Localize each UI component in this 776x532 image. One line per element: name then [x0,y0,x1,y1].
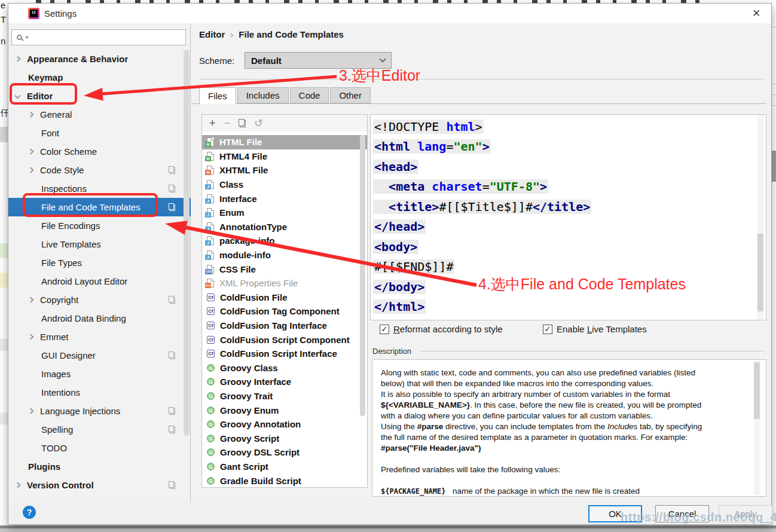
tree-item-version-control[interactable]: Version Control [8,476,191,494]
tree-item-label: Images [41,369,71,379]
chevron-right-icon[interactable] [28,408,34,414]
list-item-coldfusion-tag-interface[interactable]: CfColdFusion Tag Interface [202,319,367,333]
java-file-icon: J [207,222,214,231]
tree-item-android-layout-editor[interactable]: Android Layout Editor [8,272,191,291]
tab-other[interactable]: Other [330,87,371,103]
tree-item-live-templates[interactable]: Live Templates [8,235,191,253]
cancel-button[interactable]: Cancel [655,505,709,522]
tree-item-plugins[interactable]: Plugins [8,457,191,476]
java-file-icon: J [207,208,214,217]
list-item-groovy-interface[interactable]: GGroovy Interface [202,375,367,389]
description-scrollbar-thumb[interactable] [754,362,760,419]
list-item-coldfusion-script-component[interactable]: CfColdFusion Script Component [202,332,367,347]
chevron-right-icon[interactable] [28,334,34,340]
tree-item-images[interactable]: Images [8,365,191,383]
sidebar-scrollbar[interactable] [184,50,190,436]
help-button[interactable]: ? [23,506,36,519]
list-item-class[interactable]: JClass [202,178,367,192]
html-file-icon: H [207,137,214,146]
tree-item-font[interactable]: Font [8,124,191,142]
search-input[interactable] [30,32,185,44]
scheme-dropdown[interactable]: Default [245,52,392,69]
background-color-band [0,273,8,288]
list-item-label: ColdFusion Script Interface [220,348,337,359]
chevron-right-icon[interactable] [28,297,34,303]
list-item-gant-script[interactable]: GGant Script [202,460,367,474]
reformat-checkbox[interactable]: ✓ Reformat according to style [380,324,503,334]
settings-sidebar: Appearance & BehaviorKeymapEditorGeneral… [8,23,191,502]
tree-item-general[interactable]: General [8,105,191,124]
list-item-css-file[interactable]: CSSCSS File [202,262,367,276]
list-item-groovy-dsl-script[interactable]: GGroovy DSL Script [202,445,367,460]
ok-button[interactable]: OK [588,505,642,522]
groovy-file-icon: G [207,392,215,400]
list-item-enum[interactable]: JEnum [202,206,367,220]
tree-item-file-and-code-templates[interactable]: File and Code Templates [8,198,191,216]
search-options-caret-icon[interactable] [25,36,29,39]
remove-template-button[interactable]: − [224,118,231,129]
tree-item-inspections[interactable]: Inspections [8,179,191,198]
list-item-interface[interactable]: JInterface [202,191,367,206]
tree-item-file-encodings[interactable]: File Encodings [8,216,191,235]
groovy-file-icon: G [207,448,215,456]
tree-item-android-data-binding[interactable]: Android Data Binding [8,309,191,328]
add-template-button[interactable]: + [209,118,216,129]
list-item-xhtml-file[interactable]: HXHTML File [202,163,367,178]
list-item-html4-file[interactable]: HHTML4 File [202,149,367,164]
chevron-right-icon[interactable] [15,482,21,488]
list-item-label: HTML File [219,137,262,147]
checkbox-checked-icon[interactable]: ✓ [543,325,552,334]
list-item-xml-properties-file[interactable]: <>XML Properties File [202,276,367,291]
tree-item-keymap[interactable]: Keymap [8,68,191,87]
tree-item-intentions[interactable]: Intentions [8,383,191,402]
breadcrumb-file-and-code-templates: File and Code Templates [239,29,344,39]
list-item-annotationtype[interactable]: JAnnotationType [202,220,367,234]
chevron-right-icon[interactable] [15,56,21,62]
tree-item-editor[interactable]: Editor [8,87,191,105]
list-item-groovy-trait[interactable]: GGroovy Trait [202,389,367,403]
list-item-html-file[interactable]: HHTML File [202,135,367,149]
tree-item-emmet[interactable]: Emmet [8,328,191,346]
list-item-coldfusion-script-interface[interactable]: CfColdFusion Script Interface [202,347,367,361]
list-item-module-info[interactable]: Jmodule-info [202,248,367,262]
editor-scrollbar-thumb[interactable] [757,234,763,311]
tree-item-label: Spelling [41,424,73,435]
tab-code[interactable]: Code [290,87,329,103]
list-item-groovy-enum[interactable]: GGroovy Enum [202,403,367,417]
list-item-package-info[interactable]: Jpackage-info [202,234,367,248]
live-templates-checkbox[interactable]: ✓ Enable Live Templates [543,324,647,334]
groovy-file-icon: G [207,435,215,442]
list-item-groovy-script[interactable]: GGroovy Script [202,431,367,445]
close-icon[interactable]: ✕ [748,6,764,22]
list-item-coldfusion-tag-component[interactable]: CfColdFusion Tag Component [202,304,367,319]
chevron-down-icon[interactable] [15,93,21,99]
settings-search-box[interactable] [11,29,186,45]
copy-template-button[interactable] [239,119,246,127]
tree-item-code-style[interactable]: Code Style [8,161,191,179]
list-item-groovy-annotation[interactable]: GGroovy Annotation [202,417,367,432]
chevron-right-icon[interactable] [28,112,34,118]
list-item-groovy-class[interactable]: GGroovy Class [202,361,367,375]
tree-item-appearance-behavior[interactable]: Appearance & Behavior [8,50,191,68]
list-item-coldfusion-file[interactable]: CfColdFusion File [202,291,367,305]
tab-files[interactable]: Files [199,87,236,104]
tree-item-todo[interactable]: TODO [8,439,191,457]
checkbox-checked-icon[interactable]: ✓ [380,325,389,334]
tree-item-spelling[interactable]: Spelling [8,420,191,439]
background-color-band [0,339,8,351]
template-code-editor[interactable]: <!DOCTYPE html><html lang="en"><head> <m… [370,114,766,320]
tree-item-copyright[interactable]: Copyright [8,291,191,309]
list-item-gradle-build-script[interactable]: GGradle Build Script [202,473,367,488]
template-list-scrollbar[interactable] [360,135,365,416]
chevron-right-icon[interactable] [28,149,34,155]
list-item-label: Groovy Interface [220,377,291,387]
tree-item-label: Android Layout Editor [41,276,127,286]
chevron-right-icon[interactable] [28,167,34,173]
tree-item-gui-designer[interactable]: GUI Designer [8,346,191,365]
breadcrumb-editor[interactable]: Editor [199,29,225,39]
tree-item-file-types[interactable]: File Types [8,253,191,272]
tree-item-language-injections[interactable]: Language Injections [8,402,191,420]
tab-includes[interactable]: Includes [237,87,289,103]
revert-template-button[interactable]: ↺ [254,118,263,129]
tree-item-color-scheme[interactable]: Color Scheme [8,142,191,161]
